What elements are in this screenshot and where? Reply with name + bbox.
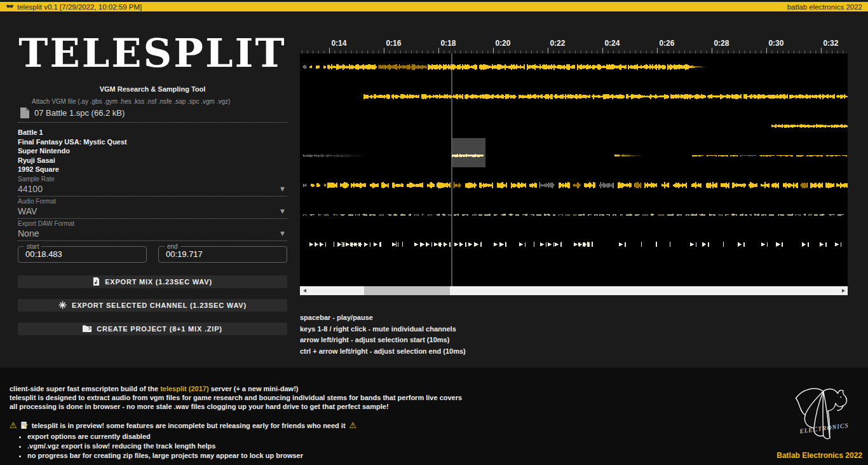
- select-value: WAV: [18, 206, 37, 216]
- export-daw-format-select[interactable]: Export DAW Format None ▼: [18, 220, 287, 241]
- app-logo: TELESPLIT: [18, 27, 287, 80]
- select-value: None: [18, 228, 39, 239]
- about-line-1-post: server (+ a new mini-daw!): [209, 385, 299, 392]
- file-icon: [20, 108, 29, 118]
- preview-warning: ⚠ telesplit is in preview! some features…: [10, 421, 868, 429]
- known-issues-list: export options are currently disabled .v…: [10, 432, 868, 460]
- selection-start-input[interactable]: [18, 247, 146, 262]
- svg-text:0:26: 0:26: [659, 39, 674, 48]
- chevron-down-icon: ▼: [280, 208, 285, 214]
- waveform-canvas[interactable]: [300, 53, 848, 286]
- composer-name: Ryuji Sasai: [18, 156, 287, 165]
- svg-text:0:16: 0:16: [386, 39, 401, 48]
- title-bar: telesplit v0.1 [7/29/2022, 10:02:59 PM] …: [0, 2, 868, 11]
- issue-item: .vgm/.vgz export is slow! reducing the t…: [27, 441, 868, 451]
- svg-text:0:20: 0:20: [495, 39, 510, 48]
- about-line-3: all processing is done in browser - no m…: [10, 403, 868, 412]
- control-panel: TELESPLIT VGM Research & Sampling Tool A…: [18, 25, 287, 335]
- sample-rate-select[interactable]: Sample Rate 44100 ▼: [18, 176, 287, 197]
- timeline-ruler[interactable]: 0:140:160:180:200:220:240:260:280:300:32: [300, 35, 848, 53]
- button-label: CREATE PROJECT (8+1 MIX .ZIP): [97, 325, 222, 333]
- note-icon: [21, 421, 28, 429]
- audio-file-icon: [93, 277, 100, 286]
- app-subtitle: VGM Research & Sampling Tool: [18, 85, 287, 93]
- about-line-2: telesplit is designed to extract audio f…: [10, 394, 868, 403]
- svg-text:0:24: 0:24: [604, 39, 620, 48]
- telesplit-2017-link[interactable]: telesplit (2017): [160, 385, 208, 392]
- titlebar-credit: batlab electronics 2022: [787, 3, 862, 11]
- batlab-bat-logo: ELECTRONICS: [792, 384, 850, 448]
- year-publisher: 1992 Square: [18, 165, 287, 174]
- daw-panel: 0:140:160:180:200:220:240:260:280:300:32…: [300, 35, 848, 357]
- select-label: Audio Format: [18, 198, 287, 205]
- select-label: Sample Rate: [18, 176, 287, 183]
- system-name: Super Nintendo: [18, 146, 287, 156]
- footer: client-side super fast emscripten build …: [0, 368, 868, 465]
- attach-file-label: Attach VGM file (.ay .gbs .gym .hes .kss…: [32, 98, 287, 105]
- svg-text:0:32: 0:32: [823, 39, 838, 48]
- svg-text:0:28: 0:28: [714, 39, 729, 48]
- export-selected-channel-button[interactable]: EXPORT SELECTED CHANNEL (1.23SEC WAV): [18, 299, 287, 312]
- file-name: 07 Battle 1.spc (66.2 kB): [34, 108, 125, 118]
- shortcut-line: spacebar - play/pause: [300, 312, 848, 324]
- create-project-button[interactable]: CREATE PROJECT (8+1 MIX .ZIP): [18, 323, 287, 335]
- track-metadata: Battle 1 Final Fantasy USA: Mystic Quest…: [18, 128, 287, 174]
- issue-item: export options are currently disabled: [27, 432, 868, 441]
- audio-format-select[interactable]: Audio Format WAV ▼: [18, 198, 287, 219]
- selection-end-field: end: [158, 246, 287, 263]
- shortcut-line: keys 1-8 / right click - mute individual…: [300, 324, 848, 335]
- svg-text:0:30: 0:30: [768, 39, 783, 48]
- track-title: Battle 1: [18, 128, 287, 137]
- horizontal-scrollbar[interactable]: [300, 286, 848, 295]
- button-label: EXPORT SELECTED CHANNEL (1.23SEC WAV): [72, 302, 247, 309]
- scroll-right-arrow[interactable]: [839, 286, 848, 295]
- selection-start-field: start: [18, 246, 147, 263]
- issue-item: no progress bar for creating zip files, …: [27, 451, 868, 461]
- button-label: EXPORT MIX (1.23SEC WAV): [105, 278, 212, 286]
- chevron-down-icon: ▼: [280, 230, 285, 237]
- select-value: 44100: [18, 184, 43, 194]
- warning-icon: ⚠: [10, 421, 17, 429]
- shortcut-line: ctrl + arrow left/right - adjust selecti…: [300, 346, 848, 357]
- flare-icon: [58, 301, 67, 309]
- svg-text:0:22: 0:22: [550, 39, 565, 48]
- warning-text: telesplit is in preview! some features a…: [32, 422, 346, 429]
- attached-file-control[interactable]: 07 Battle 1.spc (66.2 kB): [18, 106, 287, 123]
- select-label: Export DAW Format: [18, 220, 287, 228]
- folder-zip-icon: [83, 325, 92, 332]
- about-line-1: client-side super fast emscripten build …: [10, 385, 868, 394]
- chevron-down-icon: ▼: [280, 186, 285, 192]
- app-title: telesplit v0.1 [7/29/2022, 10:02:59 PM]: [17, 3, 142, 11]
- about-line-1-pre: client-side super fast emscripten build …: [10, 385, 160, 392]
- keyboard-shortcuts: spacebar - play/pause keys 1-8 / right c…: [300, 312, 848, 357]
- selection-end-input[interactable]: [159, 247, 287, 262]
- svg-text:0:14: 0:14: [331, 39, 346, 48]
- scroll-left-arrow[interactable]: [300, 286, 309, 295]
- export-mix-button[interactable]: EXPORT MIX (1.23SEC WAV): [18, 275, 287, 288]
- scrollbar-thumb[interactable]: [364, 286, 450, 295]
- shortcut-line: arrow left/right - adjust selection star…: [300, 335, 848, 346]
- svg-text:0:18: 0:18: [440, 39, 456, 48]
- bat-mini-icon: [6, 4, 14, 10]
- game-title: Final Fantasy USA: Mystic Quest: [18, 137, 287, 147]
- warning-icon: ⚠: [349, 421, 357, 429]
- brand-credit: Batlab Electronics 2022: [776, 451, 862, 460]
